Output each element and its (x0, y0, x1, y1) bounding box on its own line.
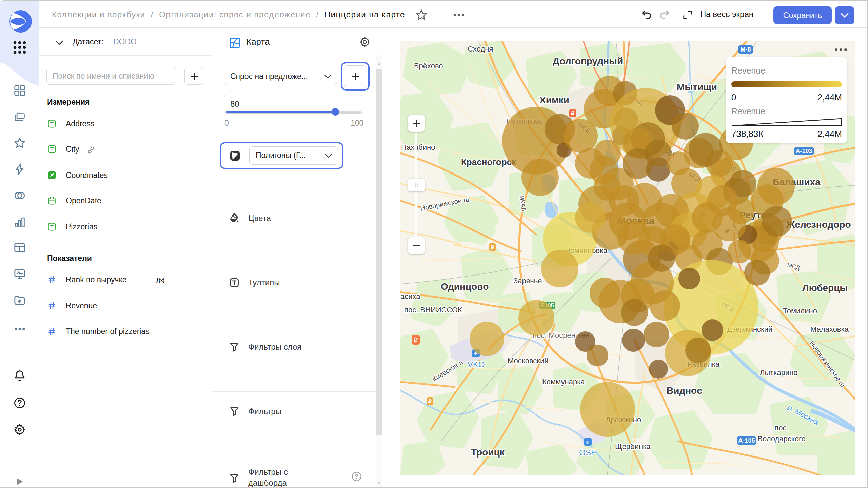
svg-text:пос. ВНИИССОК: пос. ВНИИССОК (404, 306, 462, 314)
svg-text:Заречье: Заречье (513, 277, 542, 285)
svg-text:Нахабино: Нахабино (401, 143, 435, 151)
svg-text:₽: ₽ (491, 245, 494, 250)
svg-text:Коммунарка: Коммунарка (542, 378, 585, 386)
svg-text:Одинцово: Одинцово (441, 281, 489, 292)
svg-text:Московский: Московский (508, 357, 549, 365)
svg-text:Сходня: Сходня (468, 45, 493, 53)
svg-text:Долгопрудный: Долгопрудный (553, 56, 623, 66)
svg-text:Железнодоро: Железнодоро (786, 219, 851, 230)
svg-text:Брёхово: Брёхово (414, 62, 443, 70)
svg-text:А-103: А-103 (795, 148, 812, 155)
svg-text:асиха: асиха (400, 292, 420, 301)
svg-text:₽: ₽ (428, 399, 432, 404)
svg-text:Троицк: Троицк (471, 447, 505, 458)
svg-text:Володарского: Володарского (757, 434, 805, 443)
svg-text:₽: ₽ (414, 337, 418, 344)
svg-text:Томилино: Томилино (783, 307, 817, 315)
svg-text:✈: ✈ (586, 440, 590, 445)
svg-text:пос.: пос. (774, 424, 788, 432)
svg-text:Лыткарино: Лыткарино (760, 368, 798, 377)
svg-text:Мытищи: Мытищи (677, 82, 717, 92)
svg-text:Малаховка: Малаховка (810, 325, 849, 333)
svg-text:₽: ₽ (571, 110, 574, 116)
svg-text:OSF: OSF (579, 448, 596, 457)
svg-text:Люберцы: Люберцы (802, 283, 848, 293)
svg-text:М-8: М-8 (741, 46, 751, 53)
svg-text:(x): (x) (159, 278, 164, 283)
svg-text:Щербинка: Щербинка (615, 442, 651, 451)
svg-text:Видное: Видное (667, 385, 702, 396)
svg-text:А-105: А-105 (738, 437, 755, 444)
svg-text:Химки: Химки (539, 95, 569, 105)
svg-text:VKO: VKO (468, 360, 485, 369)
